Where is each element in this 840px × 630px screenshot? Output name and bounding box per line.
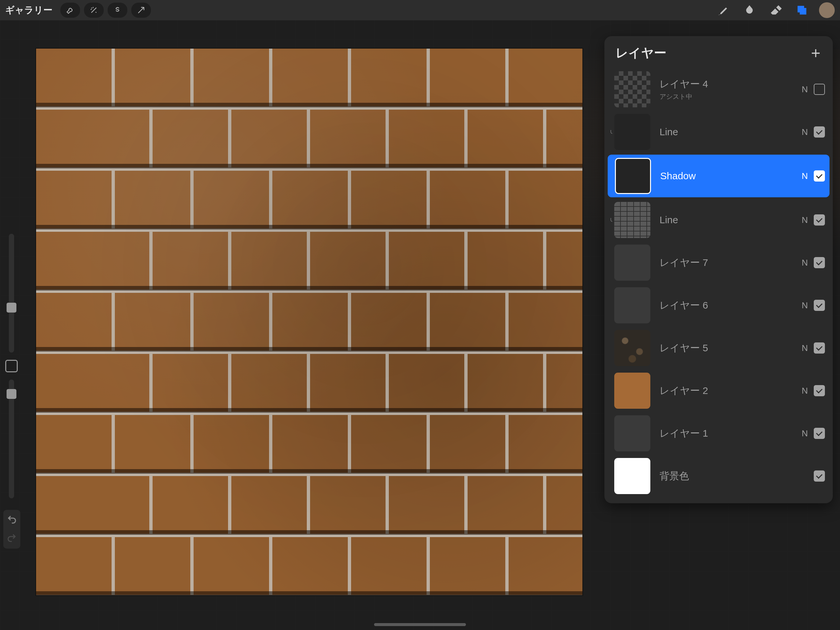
layer-row[interactable]: 背景色: [605, 455, 833, 497]
layer-thumbnail[interactable]: [614, 458, 651, 494]
artwork-dim-overlay: [36, 49, 583, 595]
layer-text: レイヤー 6: [660, 299, 796, 312]
canvas[interactable]: [36, 49, 583, 595]
visibility-checkbox[interactable]: [814, 257, 825, 268]
layer-row[interactable]: レイヤー 6N: [605, 284, 833, 327]
layer-name: レイヤー 1: [660, 427, 796, 440]
selection-button[interactable]: [107, 3, 127, 18]
layer-thumbnail[interactable]: [614, 71, 651, 108]
undo-icon: [7, 514, 17, 524]
layer-name: レイヤー 7: [660, 256, 796, 269]
eraser-button[interactable]: [766, 2, 786, 18]
layers-button[interactable]: [792, 2, 812, 18]
layer-name: レイヤー 4: [660, 78, 796, 91]
wand-icon: [90, 6, 98, 14]
visibility-checkbox[interactable]: [814, 300, 825, 311]
layer-text: レイヤー 5: [660, 342, 796, 355]
adjustments-button[interactable]: [84, 3, 104, 18]
layer-text: レイヤー 7: [660, 256, 796, 269]
layer-thumbnail[interactable]: [614, 245, 651, 281]
visibility-checkbox[interactable]: [814, 428, 825, 439]
layer-text: レイヤー 1: [660, 427, 796, 440]
layer-name: 背景色: [660, 470, 799, 483]
layer-name: レイヤー 6: [660, 299, 796, 312]
layer-text: Line: [660, 127, 796, 138]
visibility-checkbox[interactable]: [814, 385, 825, 396]
arrow-icon: [137, 6, 145, 14]
left-slider-rail: [3, 230, 21, 502]
smudge-icon: [743, 4, 756, 17]
transform-button[interactable]: [131, 3, 151, 18]
brush-opacity-slider[interactable]: [9, 380, 14, 499]
layers-title: レイヤー: [616, 45, 666, 62]
blend-mode-button[interactable]: N: [802, 258, 808, 268]
home-indicator: [374, 623, 466, 626]
layer-row[interactable]: レイヤー 4アシスト中N: [605, 68, 833, 111]
brush-opacity-thumb[interactable]: [6, 389, 16, 399]
actions-button[interactable]: [60, 3, 80, 18]
layer-thumbnail[interactable]: [614, 114, 651, 150]
undo-button[interactable]: [7, 514, 17, 526]
layer-row[interactable]: レイヤー 5N: [605, 327, 833, 369]
layer-row[interactable]: LineN: [605, 111, 833, 153]
layer-row[interactable]: LineN: [605, 199, 833, 241]
brush-size-thumb[interactable]: [6, 303, 16, 313]
layer-row[interactable]: レイヤー 7N: [605, 241, 833, 284]
layer-name: Line: [660, 214, 796, 226]
visibility-checkbox[interactable]: [814, 84, 825, 95]
blend-mode-button[interactable]: N: [802, 171, 808, 181]
blend-mode-button[interactable]: N: [802, 301, 808, 310]
layer-thumbnail[interactable]: [614, 415, 651, 451]
layers-panel: レイヤー レイヤー 4アシスト中NLineNShadowNLineNレイヤー 7…: [605, 36, 833, 503]
brush-icon: [717, 4, 730, 17]
color-swatch[interactable]: [819, 2, 835, 18]
top-toolbar: ギャラリー: [0, 0, 840, 21]
visibility-checkbox[interactable]: [814, 170, 825, 182]
layers-icon: [795, 4, 808, 17]
plus-icon: [810, 47, 822, 59]
blend-mode-button[interactable]: N: [802, 84, 808, 95]
blend-mode-button[interactable]: N: [802, 215, 808, 225]
layer-name: Line: [660, 127, 796, 138]
visibility-checkbox[interactable]: [814, 342, 825, 354]
layer-name: Shadow: [660, 170, 796, 182]
visibility-checkbox[interactable]: [814, 127, 825, 138]
layer-thumbnail[interactable]: [614, 330, 651, 366]
blend-mode-button[interactable]: N: [802, 343, 808, 353]
layer-thumbnail[interactable]: [614, 287, 651, 323]
s-icon: [113, 6, 122, 14]
redo-button[interactable]: [7, 533, 17, 544]
layer-thumbnail[interactable]: [615, 158, 651, 194]
layer-text: Line: [660, 214, 796, 226]
layer-name: レイヤー 2: [660, 384, 796, 397]
redo-icon: [7, 533, 17, 543]
eyedropper-button[interactable]: [5, 360, 18, 372]
visibility-checkbox[interactable]: [814, 470, 825, 481]
layer-text: レイヤー 2: [660, 384, 796, 397]
eraser-icon: [769, 4, 782, 17]
layers-header: レイヤー: [605, 36, 833, 68]
smudge-button[interactable]: [740, 2, 759, 18]
layer-text: Shadow: [660, 170, 796, 182]
brush-button[interactable]: [713, 2, 733, 18]
visibility-checkbox[interactable]: [814, 214, 825, 226]
blend-mode-button[interactable]: N: [802, 127, 808, 137]
layer-row[interactable]: レイヤー 1N: [605, 412, 833, 455]
undo-redo-group: [3, 510, 21, 549]
add-layer-button[interactable]: [810, 47, 822, 59]
blend-mode-button[interactable]: N: [802, 386, 808, 396]
brush-size-slider[interactable]: [9, 234, 14, 353]
layer-text: 背景色: [660, 470, 799, 483]
layer-name: レイヤー 5: [660, 342, 796, 355]
layer-list: レイヤー 4アシスト中NLineNShadowNLineNレイヤー 7Nレイヤー…: [605, 68, 833, 497]
layer-row[interactable]: ShadowN: [608, 155, 829, 197]
layer-text: レイヤー 4アシスト中: [660, 78, 796, 101]
layer-thumbnail[interactable]: [614, 373, 651, 409]
layer-subtitle: アシスト中: [660, 92, 796, 101]
layer-row[interactable]: レイヤー 2N: [605, 369, 833, 412]
layer-thumbnail[interactable]: [614, 202, 651, 238]
gallery-button[interactable]: ギャラリー: [5, 4, 52, 16]
blend-mode-button[interactable]: N: [802, 429, 808, 438]
wrench-icon: [66, 6, 74, 14]
